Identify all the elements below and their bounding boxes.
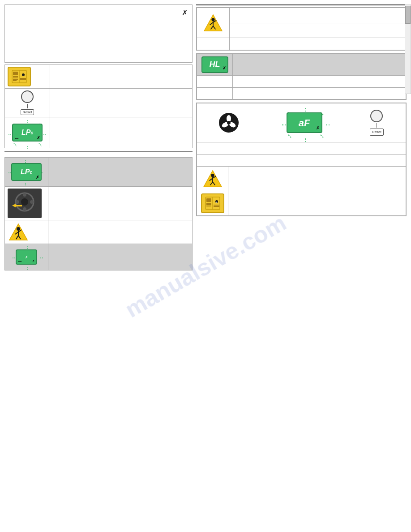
af-reset-group: Reset xyxy=(370,110,384,136)
af-book-cell: i xyxy=(197,191,228,215)
right-top-text-2 xyxy=(230,23,406,38)
lp-sup-2: c xyxy=(30,170,32,175)
right-column: HL ✗ xyxy=(196,4,407,528)
hl-text: HL xyxy=(210,59,220,71)
hl-text-4 xyxy=(233,87,406,99)
reset-icon-cell: Reset xyxy=(5,89,50,117)
af-warning-svg xyxy=(203,170,223,188)
reset-circle xyxy=(21,90,34,103)
af-x-mark: ✗ xyxy=(316,125,320,132)
table-row xyxy=(197,87,406,99)
af-warning-triangle xyxy=(202,169,223,189)
info-box: ✗ xyxy=(4,4,193,63)
small-badge-x: ✗ xyxy=(25,255,28,259)
svg-rect-31 xyxy=(16,205,22,206)
section1-text-2 xyxy=(50,89,193,117)
warning-svg xyxy=(9,223,28,241)
svg-point-27 xyxy=(23,207,26,211)
section1-text-1 xyxy=(50,65,193,89)
small-badge-cell: ✗ ✗ •••• xyxy=(5,244,48,270)
right-top-table xyxy=(197,8,406,50)
svg-rect-72 xyxy=(206,198,211,202)
af-reset-circle[interactable] xyxy=(370,110,383,122)
warning-triangle-right xyxy=(201,10,226,35)
section1-text-3 xyxy=(50,117,193,148)
hl-text-1 xyxy=(197,75,233,87)
table-row xyxy=(197,38,406,50)
small-badge-text: •••• xyxy=(18,260,21,263)
table-row xyxy=(5,220,193,244)
small-badge-radiating: ✗ ✗ •••• xyxy=(12,246,41,268)
af-reset-line xyxy=(377,123,377,128)
svg-point-33 xyxy=(17,227,20,231)
wrench-icon: ✗ xyxy=(182,9,188,17)
hl-badge-cell: HL ✗ xyxy=(197,54,233,75)
warning-triangle xyxy=(8,222,29,242)
lp-badge-2: LPc ✗ xyxy=(11,163,42,181)
af-header-cell: aF ✗ Reset xyxy=(197,103,406,142)
warning-icon-col xyxy=(197,8,230,38)
svg-point-28 xyxy=(16,200,19,204)
lp-x-mark: ✗ xyxy=(37,136,40,140)
af-text: aF xyxy=(299,116,310,130)
table-row: i xyxy=(5,65,193,89)
table-row: Reset xyxy=(5,89,193,117)
table-row xyxy=(197,8,406,23)
section2-text-3 xyxy=(48,220,193,244)
section-separator xyxy=(4,151,193,152)
lp-badge: LPc ✗ •••• xyxy=(12,124,43,142)
table-row: i xyxy=(197,191,406,215)
book-icon-cell: i xyxy=(5,65,50,89)
lp-badge-gray-cell: LPc ✗ xyxy=(5,158,48,187)
info-box-text xyxy=(9,9,188,16)
page-container: ✗ xyxy=(0,0,411,532)
fan-svg xyxy=(220,114,237,131)
lp-x-mark-2: ✗ xyxy=(36,175,39,180)
scrollbar[interactable] xyxy=(405,4,411,94)
left-column: ✗ xyxy=(4,4,193,528)
svg-line-18 xyxy=(14,143,17,146)
lp-text: LP xyxy=(21,129,30,137)
af-header-content: aF ✗ Reset xyxy=(201,107,402,138)
photo-cell xyxy=(5,187,48,220)
right-top-text-4 xyxy=(230,38,406,50)
reset-line xyxy=(27,104,28,108)
svg-point-44 xyxy=(211,18,214,21)
lp-text-2: LP xyxy=(21,168,30,176)
warning-cell xyxy=(5,220,48,244)
af-book-text xyxy=(228,191,406,215)
table-row xyxy=(197,166,406,191)
scrollbar-thumb[interactable] xyxy=(405,6,411,24)
section2-text-1 xyxy=(48,158,193,187)
table-row xyxy=(197,154,406,167)
af-warning-text xyxy=(228,166,406,191)
right-top-section xyxy=(196,7,407,51)
lp-superscript: c xyxy=(30,130,33,135)
table-row: LPc ✗ xyxy=(5,158,193,187)
af-text-1 xyxy=(197,142,406,154)
svg-point-54 xyxy=(227,121,231,124)
section1-table: i Reset xyxy=(4,64,193,148)
svg-point-64 xyxy=(211,174,214,177)
right-top-text-1 xyxy=(230,8,406,23)
hl-header-text xyxy=(233,54,406,75)
table-row xyxy=(5,187,193,220)
svg-point-25 xyxy=(21,198,28,206)
hl-table: HL ✗ xyxy=(197,54,406,100)
small-green-badge: ✗ ✗ •••• xyxy=(16,249,37,265)
hl-text-3 xyxy=(197,87,233,99)
af-reset-label: Reset xyxy=(370,129,384,136)
lp-radiating: LPc ✗ •••• xyxy=(8,119,47,146)
hl-header-row: HL ✗ xyxy=(197,54,406,75)
af-book-icon: i xyxy=(201,193,224,213)
fan-icon xyxy=(219,113,239,133)
lp-radiating-2: LPc ✗ xyxy=(8,159,45,184)
hl-text-2 xyxy=(233,75,406,87)
photo-image xyxy=(8,189,42,218)
svg-line-62 xyxy=(288,135,291,137)
lp-badge-cell: LPc ✗ •••• xyxy=(5,117,50,148)
table-row xyxy=(197,142,406,154)
book-svg: i xyxy=(11,69,27,84)
top-separator xyxy=(196,4,407,5)
table-row xyxy=(197,75,406,87)
